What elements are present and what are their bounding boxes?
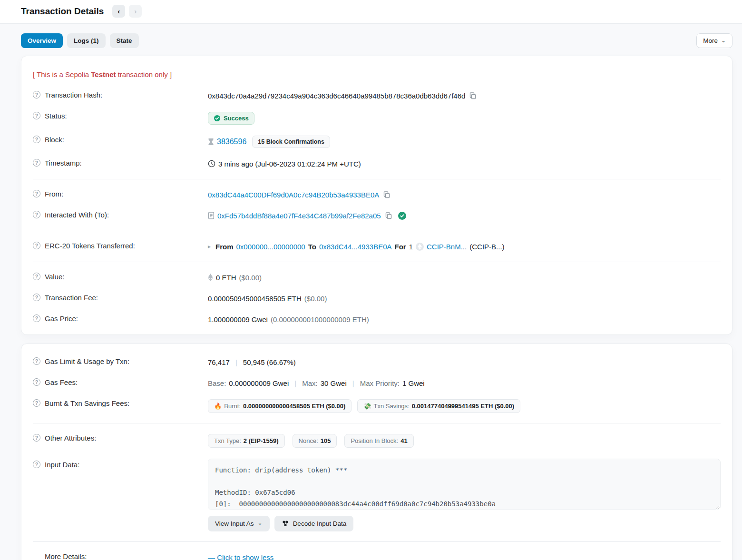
block-number-link[interactable]: 3836596 — [217, 138, 246, 146]
erc20-token-symbol: (CCIP-B...) — [469, 243, 504, 251]
help-icon[interactable]: ? — [33, 91, 40, 98]
erc20-to-label: To — [308, 243, 316, 251]
row-gas-fees: ?Gas Fees: Base: 0.000000009 Gwei | Max:… — [33, 373, 721, 393]
from-address-link[interactable]: 0x83dC44a4C00DFf69d0A0c7c94B20b53a4933BE… — [208, 191, 379, 199]
erc20-from-address-link[interactable]: 0x000000...00000000 — [236, 243, 305, 251]
nonce-label: Nonce: — [299, 437, 318, 444]
position-in-block-badge: Position In Block: 41 — [344, 434, 413, 448]
position-in-block-label: Position In Block: — [351, 437, 398, 444]
burnt-value: 0.000000000000458505 ETH ($0.00) — [243, 403, 345, 410]
row-burnt-savings-fees: ?Burnt & Txn Savings Fees: 🔥 Burnt: 0.00… — [33, 393, 721, 418]
row-value: ?Value: 0 ETH ($0.00) — [33, 267, 721, 288]
help-icon[interactable]: ? — [33, 399, 40, 407]
help-icon[interactable]: ? — [33, 211, 40, 218]
tx-nav: ‹ › — [112, 5, 142, 18]
tab-overview[interactable]: Overview — [21, 33, 63, 48]
input-data-textarea[interactable]: Function: drip(address token) *** Method… — [208, 459, 721, 510]
previous-transaction-button[interactable]: ‹ — [112, 5, 125, 18]
help-icon[interactable]: ? — [33, 294, 40, 301]
row-transaction-hash: ?Transaction Hash: 0x843dc70a4a29d79234c… — [33, 85, 721, 106]
more-button[interactable]: More ⌄ — [696, 33, 732, 48]
from-label: From: — [45, 190, 63, 198]
show-less-link[interactable]: — Click to show less — [208, 553, 273, 560]
token-icon — [416, 243, 424, 251]
more-details-label: More Details: — [45, 552, 87, 560]
tab-logs[interactable]: Logs (1) — [67, 33, 106, 48]
pipe-separator: | — [233, 358, 240, 366]
section-divider — [33, 179, 721, 179]
tab-state[interactable]: State — [110, 33, 139, 48]
chevron-down-icon: ⌄ — [721, 38, 726, 43]
next-transaction-button[interactable]: › — [129, 5, 142, 18]
help-icon[interactable]: ? — [33, 242, 40, 249]
view-input-as-label: View Input As — [215, 520, 254, 527]
nonce-value: 105 — [321, 437, 331, 444]
copy-icon — [469, 92, 477, 99]
status-label: Status: — [45, 112, 67, 120]
help-icon[interactable]: ? — [33, 357, 40, 365]
pipe-separator: | — [350, 379, 357, 387]
details-card: ?Gas Limit & Usage by Txn: 76,417 | 50,9… — [21, 344, 732, 560]
decode-icon — [282, 520, 289, 527]
hourglass-icon — [208, 138, 214, 146]
txn-savings-value: 0.001477404999541495 ETH ($0.00) — [412, 403, 514, 410]
check-circle-icon — [214, 115, 221, 122]
row-status: ?Status: Success — [33, 106, 721, 130]
help-icon[interactable]: ? — [33, 434, 40, 442]
section-divider — [33, 423, 721, 423]
decode-input-data-button[interactable]: Decode Input Data — [274, 516, 354, 531]
row-more-details: More Details: — Click to show less — [33, 547, 721, 560]
block-confirmations-badge: 15 Block Confirmations — [252, 136, 330, 148]
erc20-transfers-label: ERC-20 Tokens Transferred: — [45, 242, 135, 250]
timestamp-value: 3 mins ago (Jul-06-2023 01:02:24 PM +UTC… — [218, 160, 361, 168]
base-fee-label: Base: — [208, 379, 226, 387]
help-icon[interactable]: ? — [33, 112, 40, 119]
gas-fees-label: Gas Fees: — [45, 378, 78, 386]
timestamp-label: Timestamp: — [45, 159, 82, 167]
help-icon[interactable]: ? — [33, 190, 40, 197]
max-priority-fee-label: Max Priority: — [360, 379, 400, 387]
main-content: Overview Logs (1) State More ⌄ [ This is… — [0, 24, 742, 560]
gas-limit-usage-label: Gas Limit & Usage by Txn: — [45, 357, 129, 365]
row-input-data: ?Input Data: Function: drip(address toke… — [33, 453, 721, 537]
gas-price-amount: 1.000000009 Gwei — [208, 315, 268, 324]
chevron-down-icon: ⌄ — [258, 520, 263, 526]
erc20-to-address-link[interactable]: 0x83dC44...4933BE0A — [319, 243, 392, 251]
section-divider — [33, 541, 721, 542]
erc20-token-link[interactable]: CCIP-BnM... — [427, 243, 467, 251]
help-icon[interactable]: ? — [33, 273, 40, 280]
row-erc20-transfers: ?ERC-20 Tokens Transferred: ▸ From 0x000… — [33, 236, 721, 257]
value-label: Value: — [45, 273, 64, 281]
help-icon[interactable]: ? — [33, 314, 40, 322]
row-timestamp: ?Timestamp: 3 mins ago (Jul-06-2023 01:0… — [33, 153, 721, 174]
help-icon[interactable]: ? — [33, 378, 40, 386]
copy-hash-button[interactable] — [468, 92, 478, 99]
row-gas-price: ?Gas Price: 1.000000009 Gwei (0.00000000… — [33, 309, 721, 330]
row-transaction-fee: ?Transaction Fee: 0.000050945000458505 E… — [33, 288, 721, 309]
erc20-from-label: From — [215, 243, 234, 251]
copy-from-button[interactable] — [382, 191, 391, 198]
txn-type-badge: Txn Type: 2 (EIP-1559) — [208, 434, 285, 448]
help-icon[interactable]: ? — [33, 461, 40, 468]
warning-suffix: transaction only ] — [116, 70, 172, 79]
view-input-as-button[interactable]: View Input As ⌄ — [208, 516, 270, 531]
interacted-with-label: Interacted With (To): — [45, 211, 109, 219]
txn-savings-label: Txn Savings: — [374, 403, 410, 410]
chevron-right-icon: › — [134, 8, 137, 15]
other-attributes-label: Other Attributes: — [45, 434, 96, 442]
status-badge: Success — [208, 112, 254, 125]
copy-to-button[interactable] — [384, 212, 393, 219]
flame-icon: 🔥 — [214, 403, 222, 410]
to-address-link[interactable]: 0xFd57b4ddBf88a4e07fF4e34C487b99af2Fe82a… — [217, 212, 381, 220]
caret-right-icon[interactable]: ▸ — [208, 243, 211, 250]
overview-card: [ This is a Sepolia Testnet transaction … — [21, 56, 732, 335]
status-badge-label: Success — [224, 115, 249, 122]
row-gas-limit-usage: ?Gas Limit & Usage by Txn: 76,417 | 50,9… — [33, 352, 721, 373]
help-icon[interactable]: ? — [33, 159, 40, 167]
help-icon[interactable]: ? — [33, 136, 40, 143]
transaction-hash-value: 0x843dc70a4a29d79234c49a904c363d6c46640a… — [208, 92, 465, 100]
gas-limit-value: 76,417 — [208, 358, 230, 366]
money-wings-icon: 💸 — [363, 403, 371, 410]
transaction-fee-amount: 0.000050945000458505 ETH — [208, 295, 302, 303]
burnt-badge: 🔥 Burnt: 0.000000000000458505 ETH ($0.00… — [208, 399, 351, 413]
